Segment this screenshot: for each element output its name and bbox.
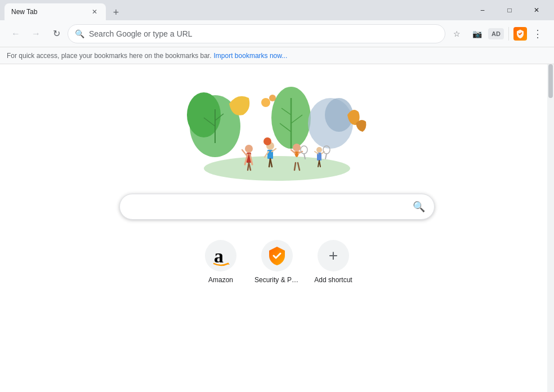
shortcuts-container: a Amazon (198, 240, 356, 284)
active-tab[interactable]: New Tab ✕ (5, 3, 106, 20)
svg-point-13 (261, 98, 270, 107)
plus-icon: + (329, 247, 338, 265)
address-text: Search Google or type a URL (89, 29, 438, 38)
menu-icon: ⋮ (533, 28, 544, 40)
main-search-icon: 🔍 (413, 201, 425, 213)
back-icon: ← (11, 29, 20, 39)
address-bar[interactable]: 🔍 Search Google or type a URL (68, 24, 445, 43)
amazon-logo: a (209, 244, 232, 267)
minimize-button[interactable]: – (470, 1, 495, 19)
avast-logo (266, 245, 288, 266)
forward-button[interactable]: → (27, 25, 45, 43)
nav-bar: ← → ↻ 🔍 Search Google or type a URL ☆ 📷 … (0, 20, 554, 47)
amazon-shortcut-icon: a (205, 240, 236, 271)
shortcut-add[interactable]: + Add shortcut (311, 240, 356, 284)
ad-icon: AD (492, 30, 501, 37)
bookmarks-message: For quick access, place your bookmarks h… (7, 52, 212, 60)
media-button[interactable]: 📷 (468, 25, 486, 43)
forward-icon: → (32, 29, 41, 39)
tab-strip: New Tab ✕ + (5, 0, 470, 20)
bookmark-star-button[interactable]: ☆ (448, 25, 466, 43)
main-content: 🔍 a Amazon (0, 64, 554, 392)
close-button[interactable]: ✕ (524, 1, 549, 19)
reload-icon: ↻ (53, 28, 60, 39)
chrome-menu-button[interactable]: ⋮ (529, 25, 547, 43)
avast-shield-icon (515, 29, 525, 39)
svg-point-0 (204, 156, 350, 181)
add-shortcut-icon: + (318, 240, 349, 271)
new-tab-button[interactable]: + (108, 5, 124, 20)
reload-button[interactable]: ↻ (47, 25, 65, 43)
google-doodle (187, 81, 367, 182)
svg-point-29 (293, 144, 301, 152)
svg-point-34 (301, 146, 307, 154)
import-bookmarks-link[interactable]: Import bookmarks now... (214, 52, 288, 60)
scrollbar-thumb[interactable] (548, 64, 553, 98)
svg-point-15 (245, 145, 253, 153)
nav-divider (508, 27, 509, 41)
avast-shortcut-icon (261, 240, 293, 271)
svg-point-14 (269, 95, 276, 101)
shortcut-amazon[interactable]: a Amazon (198, 240, 243, 284)
address-search-icon: 🔍 (75, 29, 84, 38)
tab-close-button[interactable]: ✕ (90, 7, 99, 16)
star-icon: ☆ (453, 29, 461, 38)
avast-shortcut-label: Security & Priva... (254, 276, 300, 284)
bookmarks-bar: For quick access, place your bookmarks h… (0, 47, 554, 64)
add-shortcut-label: Add shortcut (314, 276, 352, 284)
tab-title: New Tab (11, 8, 86, 16)
amazon-shortcut-label: Amazon (208, 276, 233, 284)
window-controls: – □ ✕ (470, 1, 549, 19)
back-button[interactable]: ← (7, 25, 25, 43)
title-bar: New Tab ✕ + – □ ✕ (0, 0, 554, 20)
svg-line-43 (325, 154, 327, 159)
svg-point-28 (263, 137, 271, 145)
svg-point-36 (316, 147, 322, 153)
svg-text:a: a (214, 246, 224, 266)
shortcut-avast[interactable]: Security & Priva... (254, 240, 300, 284)
camera-icon: 📷 (472, 29, 482, 38)
maximize-button[interactable]: □ (497, 1, 522, 19)
main-search-input[interactable] (129, 202, 406, 212)
nav-actions: ☆ 📷 AD ⋮ (448, 25, 547, 43)
main-search-box[interactable]: 🔍 (119, 194, 435, 220)
scrollbar[interactable] (547, 64, 554, 392)
search-box-container: 🔍 (119, 194, 435, 220)
doodle-illustration (187, 81, 367, 182)
ad-button[interactable]: AD (488, 28, 504, 39)
avast-extension-button[interactable] (513, 27, 527, 41)
